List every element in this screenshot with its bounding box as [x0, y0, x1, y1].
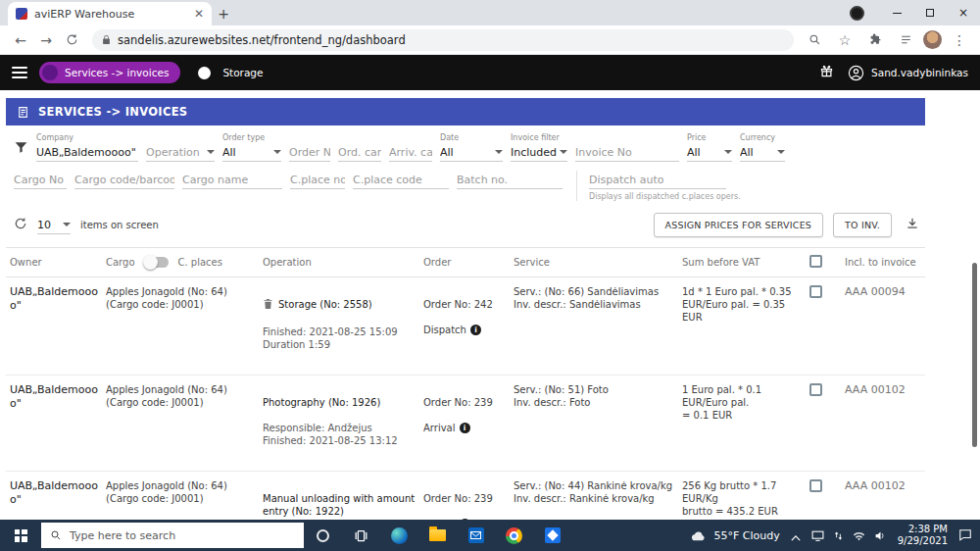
- nav-storage-label[interactable]: Storage: [222, 67, 263, 78]
- nav-storage-dot-icon[interactable]: [198, 67, 211, 79]
- cplace-code-filter[interactable]: C.place code: [353, 171, 449, 189]
- row-checkbox[interactable]: [809, 479, 822, 492]
- reload-icon[interactable]: [59, 27, 84, 53]
- forward-icon[interactable]: →: [33, 27, 59, 53]
- file-explorer-icon: [429, 529, 446, 541]
- taskbar-tray: 55°F Cloudy 2:38 PM: [690, 524, 980, 548]
- zoom-icon[interactable]: [802, 27, 827, 53]
- order-no-filter[interactable]: Order No: [289, 132, 330, 162]
- row-checkbox[interactable]: [809, 285, 822, 298]
- dispatch-auto-filter[interactable]: Dispatch auto: [589, 171, 726, 189]
- items-on-screen-label: items on screen: [80, 220, 159, 230]
- nav-services-invoices[interactable]: Services -> invoices: [39, 62, 180, 83]
- c-places-toggle[interactable]: [145, 257, 169, 268]
- cell-invoice: AAA 00102: [845, 383, 921, 460]
- chevron-down-icon: [777, 150, 785, 154]
- bookmark-star-icon[interactable]: ☆: [832, 27, 858, 53]
- info-icon[interactable]: i: [460, 423, 470, 433]
- edge-button[interactable]: [380, 520, 418, 551]
- cell-invoice: AAA 00102: [845, 479, 921, 520]
- refresh-icon[interactable]: [14, 216, 27, 234]
- company-filter-value: UAB„Baldemoooo": [36, 146, 136, 159]
- browser-tab[interactable]: aviERP Warehouse ✕: [8, 2, 212, 25]
- task-view-icon: [354, 528, 368, 543]
- operation-filter[interactable]: Operation: [146, 132, 215, 162]
- user-menu[interactable]: Sand.vadybininkas: [848, 65, 968, 81]
- currency-filter[interactable]: Currency All: [740, 132, 785, 162]
- weather-widget[interactable]: 55°F Cloudy: [690, 529, 779, 542]
- cell-order: Order No: 239 Arrivali: [423, 383, 508, 460]
- extensions-icon[interactable]: [862, 27, 888, 53]
- volume-icon[interactable]: [874, 526, 887, 545]
- network-icon[interactable]: [833, 526, 844, 545]
- chevron-down-icon: [495, 150, 503, 154]
- tray-chevron-up-icon[interactable]: [791, 526, 801, 545]
- page-size-select[interactable]: 10: [37, 216, 71, 234]
- invoice-no-filter[interactable]: Invoice No: [575, 132, 679, 162]
- cloud-icon: [690, 530, 707, 541]
- close-button[interactable]: ×: [947, 0, 980, 25]
- action-center-icon[interactable]: [958, 526, 972, 545]
- browser-menu-icon[interactable]: ⋮: [947, 27, 972, 53]
- browser-tab-strip: aviERP Warehouse ✕ + ×: [0, 0, 980, 25]
- taskbar-clock[interactable]: 2:38 PM 9/29/2021: [898, 524, 948, 548]
- photos-button[interactable]: [533, 520, 571, 551]
- person-icon: [848, 65, 864, 81]
- maximize-button[interactable]: [913, 0, 947, 25]
- tab-title: aviERP Warehouse: [34, 8, 187, 21]
- page-header: SERVICES -> INVOICES: [6, 98, 925, 125]
- cplace-no-filter[interactable]: C.place no.: [290, 171, 345, 189]
- ord-car-filter[interactable]: Ord. car: [338, 132, 381, 162]
- info-icon[interactable]: i: [460, 519, 470, 520]
- col-c-places-label: C. places: [178, 257, 222, 268]
- wifi-icon[interactable]: [853, 526, 865, 545]
- select-all-checkbox[interactable]: [809, 255, 822, 268]
- info-icon[interactable]: i: [470, 325, 481, 335]
- row-checkbox[interactable]: [809, 383, 822, 396]
- site-favicon-icon: [16, 8, 27, 20]
- cell-owner: UAB„Baldemoooo": [10, 383, 100, 460]
- date-filter[interactable]: Date All: [440, 132, 503, 162]
- cell-sum: 1 Euro pal. * 0.1 EUR/Euro pal. = 0.1 EU…: [682, 383, 804, 460]
- media-controls-icon[interactable]: [850, 6, 864, 21]
- tab-close-icon[interactable]: ✕: [194, 7, 204, 21]
- url-text: sandelis.azurewebsites.net/frontend_ng/d…: [118, 33, 406, 47]
- chrome-button[interactable]: [495, 520, 533, 551]
- trash-icon[interactable]: [263, 298, 273, 313]
- taskbar-search-input[interactable]: Type here to search: [41, 523, 304, 548]
- company-filter[interactable]: Company UAB„Baldemoooo": [36, 132, 138, 162]
- new-tab-button[interactable]: +: [212, 2, 235, 25]
- price-filter[interactable]: Price All: [687, 132, 732, 162]
- back-icon[interactable]: ←: [8, 27, 33, 53]
- monitor-icon[interactable]: [811, 526, 824, 545]
- cell-cargo: Apples Jonagold (No: 64) (Cargo code: J0…: [106, 479, 257, 520]
- hamburger-menu-icon[interactable]: [12, 67, 27, 78]
- start-button[interactable]: [0, 520, 41, 551]
- cortana-button[interactable]: [304, 520, 342, 551]
- to-inv-button[interactable]: TO INV.: [833, 213, 892, 237]
- cargo-name-filter[interactable]: Cargo name: [182, 171, 282, 189]
- browser-address-bar: ← → sandelis.azurewebsites.net/frontend_…: [0, 25, 980, 55]
- table-row: UAB„Baldemoooo" Apples Jonagold (No: 64)…: [6, 472, 925, 520]
- mail-button[interactable]: [457, 520, 495, 551]
- cargo-no-filter[interactable]: Cargo No: [14, 171, 67, 189]
- batch-no-filter[interactable]: Batch no.: [457, 171, 563, 189]
- invoice-filter[interactable]: Invoice filter Included: [511, 132, 567, 162]
- profile-avatar[interactable]: [923, 30, 942, 49]
- minimize-button[interactable]: [880, 0, 913, 25]
- col-cargo-label: Cargo: [106, 257, 135, 268]
- reading-list-icon[interactable]: [893, 27, 918, 53]
- gift-icon[interactable]: [819, 64, 834, 82]
- url-field[interactable]: sandelis.azurewebsites.net/frontend_ng/d…: [92, 29, 794, 51]
- arriv-car-filter[interactable]: Arriv. car: [389, 132, 432, 162]
- assign-prices-button[interactable]: ASSIGN PRICES FOR SERVICES: [654, 213, 824, 237]
- download-icon[interactable]: [906, 216, 919, 234]
- order-type-filter[interactable]: Order type All: [222, 132, 281, 162]
- cargo-code-filter[interactable]: Cargo code/barcode: [74, 171, 174, 189]
- table-scrollbar[interactable]: [972, 263, 977, 447]
- search-placeholder: Type here to search: [70, 529, 175, 542]
- cell-operation: Storage (No: 2558) Finished: 2021-08-25 …: [263, 285, 417, 364]
- filter-funnel-icon[interactable]: [14, 139, 28, 158]
- file-explorer-button[interactable]: [418, 520, 457, 551]
- task-view-button[interactable]: [342, 520, 380, 551]
